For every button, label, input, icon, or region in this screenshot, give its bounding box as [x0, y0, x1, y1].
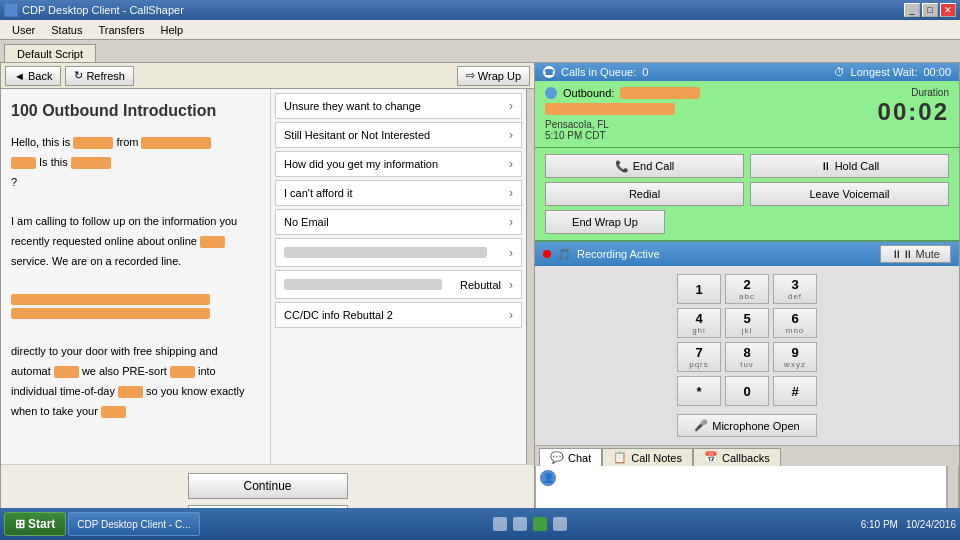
left-panel: ◄ Back ↻ Refresh ⇨ Wrap Up 100 Outbound … [0, 62, 535, 540]
windows-icon: ⊞ [15, 517, 25, 531]
redial-button[interactable]: Redial [545, 182, 744, 206]
keypad-area: 1 2 abc 3 def 4 ghi 5 jkl [535, 266, 959, 445]
mute-icon: ⏸⏸ [891, 248, 913, 260]
arrow-icon-4: › [509, 215, 513, 229]
caller-name-redacted [620, 87, 700, 99]
call-buttons: 📞 End Call ⏸ Hold Call Redial Leave Voic… [535, 148, 959, 242]
redacted-inline1 [200, 236, 225, 248]
title-text: CDP Desktop Client - CallShaper [22, 4, 184, 16]
recording-icon: 🎵 [557, 248, 571, 261]
end-call-button[interactable]: 📞 End Call [545, 154, 744, 178]
back-button[interactable]: ◄ Back [5, 66, 61, 86]
call-direction-label: Outbound: [563, 87, 614, 99]
key-9[interactable]: 9 wxyz [773, 342, 817, 372]
arrow-icon-5: › [509, 246, 513, 260]
menu-status[interactable]: Status [43, 22, 90, 38]
continue-button[interactable]: Continue [188, 473, 348, 499]
tab-bar: Default Script [0, 40, 960, 62]
redacted-option2 [284, 279, 442, 290]
tray-icon-4[interactable] [553, 517, 567, 531]
menu-help[interactable]: Help [152, 22, 191, 38]
key-6[interactable]: 6 mno [773, 308, 817, 338]
queue-icon: ☎ [543, 66, 555, 78]
tray-icon-1[interactable] [493, 517, 507, 531]
refresh-button[interactable]: ↻ Refresh [65, 66, 134, 86]
microphone-open-button[interactable]: 🎤 Microphone Open [677, 414, 817, 437]
menu-user[interactable]: User [4, 22, 43, 38]
app-icon [4, 3, 18, 17]
script-body: Hello, this is from Is this ? I am calli… [11, 133, 260, 421]
key-7[interactable]: 7 pqrs [677, 342, 721, 372]
redacted-inline3 [170, 366, 195, 378]
key-3[interactable]: 3 def [773, 274, 817, 304]
main-container: ◄ Back ↻ Refresh ⇨ Wrap Up 100 Outbound … [0, 62, 960, 540]
recording-bar: 🎵 Recording Active ⏸⏸ Mute [535, 242, 959, 266]
script-content: 100 Outbound Introduction Hello, this is… [1, 89, 534, 464]
queue-bar: ☎ Calls in Queue: 0 ⏱ Longest Wait: 00:0… [535, 63, 959, 81]
option-how-info[interactable]: How did you get my information › [275, 151, 522, 177]
end-wrap-up-button[interactable]: End Wrap Up [545, 210, 665, 234]
longest-wait-label: Longest Wait: [851, 66, 918, 78]
hold-icon: ⏸ [820, 160, 831, 172]
script-options: Unsure they want to change › Still Hesit… [271, 89, 526, 464]
mute-button[interactable]: ⏸⏸ Mute [880, 245, 951, 263]
option-redacted[interactable]: › [275, 238, 522, 267]
duration-label: Duration [878, 87, 949, 98]
title-bar: CDP Desktop Client - CallShaper _ □ ✕ [0, 0, 960, 20]
duration-value: 00:02 [878, 98, 949, 126]
menu-bar: User Status Transfers Help [0, 20, 960, 40]
call-location: Pensacola, FL [545, 119, 700, 130]
option-unsure[interactable]: Unsure they want to change › [275, 93, 522, 119]
leave-voicemail-button[interactable]: Leave Voicemail [750, 182, 949, 206]
close-button[interactable]: ✕ [940, 3, 956, 17]
hold-call-button[interactable]: ⏸ Hold Call [750, 154, 949, 178]
key-1[interactable]: 1 [677, 274, 721, 304]
redacted-name [73, 137, 113, 149]
recording-dot [543, 250, 551, 258]
redacted-inline2 [54, 366, 79, 378]
key-2[interactable]: 2 abc [725, 274, 769, 304]
arrow-icon-3: › [509, 186, 513, 200]
arrow-icon-6: › [509, 278, 513, 292]
option-rebuttal[interactable]: Rebuttal › [275, 270, 522, 299]
redacted-inline5 [101, 406, 126, 418]
redacted-block2 [11, 308, 210, 319]
clock-date: 10/24/2016 [906, 519, 956, 530]
key-0[interactable]: 0 [725, 376, 769, 406]
key-star[interactable]: * [677, 376, 721, 406]
taskbar-right: 6:10 PM 10/24/2016 [861, 519, 956, 530]
key-5[interactable]: 5 jkl [725, 308, 769, 338]
key-8[interactable]: 8 tuv [725, 342, 769, 372]
queue-title: Calls in Queue: [561, 66, 636, 78]
tab-callbacks[interactable]: 📅 Callbacks [693, 448, 781, 466]
minimize-button[interactable]: _ [904, 3, 920, 17]
tab-chat[interactable]: 💬 Chat [539, 448, 602, 466]
recording-label: Recording Active [577, 248, 660, 260]
maximize-button[interactable]: □ [922, 3, 938, 17]
tab-default-script[interactable]: Default Script [4, 44, 96, 62]
tray-icon-2[interactable] [513, 517, 527, 531]
option-hesitant[interactable]: Still Hesitant or Not Interested › [275, 122, 522, 148]
arrow-icon-1: › [509, 128, 513, 142]
chat-tab-icon: 💬 [550, 451, 564, 464]
tab-call-notes[interactable]: 📋 Call Notes [602, 448, 693, 466]
wrap-up-button[interactable]: ⇨ Wrap Up [457, 66, 530, 86]
scroll-bar[interactable] [526, 89, 534, 464]
wrap-icon: ⇨ [466, 69, 475, 82]
arrow-icon-0: › [509, 99, 513, 113]
taskbar-active-app[interactable]: CDP Desktop Client - C... [68, 512, 199, 536]
key-4[interactable]: 4 ghi [677, 308, 721, 338]
option-cant-afford[interactable]: I can't afford it › [275, 180, 522, 206]
option-ccdc-rebuttal[interactable]: CC/DC info Rebuttal 2 › [275, 302, 522, 328]
arrow-icon-2: › [509, 157, 513, 171]
start-button[interactable]: ⊞ Start [4, 512, 66, 536]
taskbar-icons [493, 517, 567, 531]
chat-tabs-bar: 💬 Chat 📋 Call Notes 📅 Callbacks [535, 445, 959, 466]
script-title: 100 Outbound Introduction [11, 99, 260, 123]
key-hash[interactable]: # [773, 376, 817, 406]
tray-icon-3[interactable] [533, 517, 547, 531]
menu-transfers[interactable]: Transfers [90, 22, 152, 38]
call-info-area: Outbound: Pensacola, FL 5:10 PM CDT Dura… [535, 81, 959, 148]
option-no-email[interactable]: No Email › [275, 209, 522, 235]
arrow-icon-7: › [509, 308, 513, 322]
